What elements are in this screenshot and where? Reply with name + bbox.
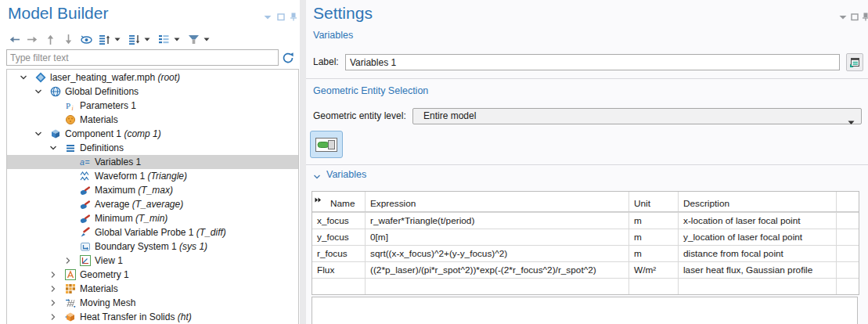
tree-item-view-1[interactable]: View 1 — [7, 254, 298, 268]
global-definitions-icon — [50, 86, 61, 97]
tree-item-waveform-1[interactable]: Waveform 1 (Triangle) — [7, 169, 298, 183]
tree-item-maximum[interactable]: Maximum (T_max) — [7, 183, 298, 197]
tree-item-materials[interactable]: Materials — [7, 282, 298, 296]
caret-down-icon[interactable] — [144, 38, 150, 41]
column-header-description[interactable]: Description — [679, 192, 837, 211]
tree-item-tag: (comp 1) — [121, 128, 161, 139]
tree-item-variables-1[interactable]: a=Variables 1 — [7, 155, 298, 169]
rename-button[interactable] — [846, 53, 863, 71]
column-header-expression[interactable]: Expression — [366, 192, 629, 211]
geometric-entity-section-title: Geometric Entity Selection — [313, 85, 428, 96]
probe-maximum-icon — [80, 185, 91, 196]
tree-item-label: Parameters 1 — [80, 99, 136, 113]
table-cell[interactable] — [312, 279, 366, 294]
move-down-icon[interactable] — [62, 33, 75, 46]
show-icon[interactable] — [80, 33, 93, 46]
tree-item-geometry-1[interactable]: Geometry 1 — [7, 268, 298, 282]
variables-section-collapse-icon[interactable] — [312, 171, 322, 180]
table-cell[interactable]: ((2*p_laser)/(pi*r_spot^2))*exp(-(2*r_fo… — [366, 262, 629, 278]
global-variable-probe-icon — [80, 227, 91, 238]
collapse-all-icon[interactable] — [98, 33, 111, 46]
expand-all-icon[interactable] — [128, 33, 141, 46]
tree-item-global-definitions[interactable]: Global Definitions — [7, 85, 298, 99]
float-icon[interactable] — [277, 13, 285, 21]
chevron-expanded-icon[interactable] — [34, 87, 43, 96]
tree-item-heat-transfer-in-solids[interactable]: Heat Transfer in Solids (ht) — [7, 310, 298, 324]
forward-icon[interactable] — [26, 33, 39, 46]
tree-item-tag: (T_average) — [129, 199, 183, 210]
tree-item-boundary-system-1[interactable]: Boundary System 1 (sys 1) — [7, 239, 298, 254]
chevron-expanded-icon[interactable] — [49, 143, 58, 153]
model-tree-node-text-icon[interactable] — [157, 33, 171, 46]
table-cell[interactable]: r_wafer*Triangle(t/period) — [366, 213, 629, 229]
table-cell[interactable]: m — [629, 213, 679, 229]
table-cell[interactable]: y_location of laser focal point — [679, 229, 837, 245]
panel-divider[interactable] — [300, 0, 306, 324]
tree-item-average[interactable]: Average (T_average) — [7, 197, 298, 211]
table-cell[interactable] — [366, 279, 629, 294]
tree-item-label: Materials — [80, 113, 118, 127]
table-cell[interactable] — [837, 262, 859, 278]
column-header-name[interactable]: Name — [312, 192, 366, 211]
table-cell[interactable]: x-location of laser focal point — [679, 213, 837, 229]
tree-item-minimum[interactable]: Minimum (T_min) — [7, 211, 298, 225]
filter-input[interactable] — [6, 49, 279, 66]
table-cell[interactable] — [837, 246, 859, 261]
tree-item-label: Definitions — [80, 141, 124, 155]
chevron-collapsed-icon[interactable] — [63, 256, 73, 265]
tree-item-parameters-1[interactable]: PiParameters 1 — [7, 99, 298, 113]
table-cell[interactable] — [629, 279, 679, 294]
table-cell[interactable] — [837, 279, 859, 294]
tree-item-laser-heating-wafer-mph[interactable]: laser_heating_wafer.mph (root) — [7, 70, 298, 85]
tree-item-global-variable-probe-1[interactable]: Global Variable Probe 1 (T_diff) — [7, 225, 298, 239]
table-cell[interactable]: m — [629, 229, 679, 245]
column-header-unit[interactable]: Unit — [629, 192, 679, 211]
move-up-icon[interactable] — [44, 33, 57, 46]
waveform-icon — [80, 171, 91, 182]
dropdown-caret-icon — [848, 115, 855, 130]
chevron-expanded-icon[interactable] — [19, 73, 28, 82]
table-cell[interactable] — [837, 213, 859, 229]
tree-item-label: Global Definitions — [65, 85, 139, 99]
tree-item-tag: (sys 1) — [177, 241, 207, 252]
refresh-icon[interactable] — [281, 51, 295, 65]
geometric-entity-level-dropdown[interactable]: Entire model — [412, 108, 862, 124]
svg-text:a: a — [80, 157, 85, 167]
tree-item-definitions[interactable]: Definitions — [7, 141, 298, 155]
caret-down-icon[interactable] — [174, 38, 180, 41]
table-cell[interactable]: m — [629, 246, 679, 261]
tree-item-moving-mesh[interactable]: Moving Mesh — [7, 296, 298, 310]
chevron-collapsed-icon[interactable] — [49, 270, 58, 279]
active-toggle-button[interactable] — [310, 131, 343, 158]
table-cell[interactable]: sqrt((x-x_focus)^2+(y-y_focus)^2) — [366, 246, 629, 261]
chevron-collapsed-icon[interactable] — [49, 298, 58, 308]
table-cell[interactable]: W/m² — [629, 262, 679, 278]
table-cell[interactable]: y_focus — [312, 229, 366, 245]
pin-icon[interactable] — [863, 13, 868, 21]
column-header-extra[interactable] — [837, 192, 859, 211]
tree-item-tag: (T_diff) — [194, 227, 226, 238]
chevron-expanded-icon[interactable] — [34, 129, 43, 139]
filter-icon[interactable] — [187, 33, 200, 46]
table-cell[interactable]: distance from focal point — [679, 246, 837, 261]
table-cell[interactable]: x_focus — [312, 213, 366, 229]
table-cell[interactable]: laser heat flux, Gaussian profile — [679, 262, 837, 278]
collapse-icon[interactable] — [264, 13, 272, 21]
tree-item-component-1[interactable]: Component 1 (comp 1) — [7, 127, 298, 141]
caret-down-icon[interactable] — [114, 38, 121, 41]
chevron-collapsed-icon[interactable] — [49, 312, 58, 322]
tree-item-materials[interactable]: Materials — [7, 113, 298, 127]
pin-icon[interactable] — [290, 13, 297, 21]
label-input[interactable] — [345, 54, 840, 70]
float-icon[interactable] — [851, 13, 859, 21]
table-cell[interactable]: r_focus — [312, 246, 366, 261]
chevron-collapsed-icon[interactable] — [49, 284, 58, 293]
back-icon[interactable] — [8, 33, 21, 46]
geometric-entity-level-label: Geometric entity level: — [313, 108, 406, 124]
caret-down-icon[interactable] — [203, 38, 210, 41]
table-cell[interactable] — [837, 229, 859, 245]
table-cell[interactable]: Flux — [312, 262, 366, 278]
table-cell[interactable] — [679, 279, 837, 294]
table-cell[interactable]: 0[m] — [366, 229, 629, 245]
collapse-icon[interactable] — [839, 13, 847, 21]
